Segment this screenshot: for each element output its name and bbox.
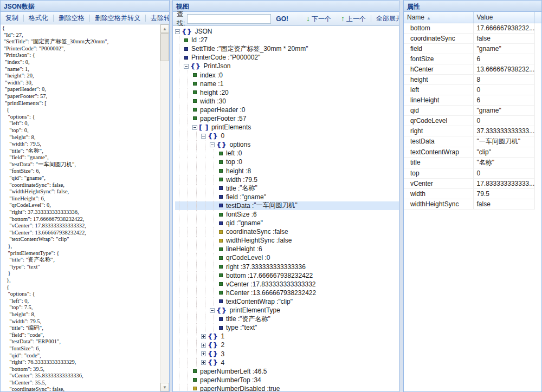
tree-row[interactable]: textContentWrap : "clip" xyxy=(175,297,399,306)
tree-row[interactable]: qrCodeLevel : 0 xyxy=(175,253,399,262)
expand-node-icon[interactable] xyxy=(201,334,206,339)
property-row[interactable]: height8 xyxy=(404,74,541,84)
go-button[interactable]: GO! xyxy=(271,15,294,23)
tree-row[interactable]: [ ]printElements xyxy=(175,123,399,132)
type-bullet-icon xyxy=(219,195,223,199)
tree-node-value: 0 xyxy=(238,149,242,157)
tree-row[interactable]: testData : "一车间圆刀机" xyxy=(175,201,399,210)
unescape-button[interactable]: 去除转义 xyxy=(146,14,170,23)
tree-row[interactable]: widthHeightSync : false xyxy=(175,236,399,245)
scroll-up-icon[interactable]: ▲ xyxy=(160,24,169,33)
tree-row[interactable]: title : "名称" xyxy=(175,184,399,193)
tree-row[interactable]: Id : 27 xyxy=(175,36,399,44)
remove-spaces-button[interactable]: 删除空格 xyxy=(54,14,89,23)
tree-node-value: "资产名称" xyxy=(240,315,270,324)
tree-row[interactable]: field : "gname" xyxy=(175,193,399,201)
prev-button[interactable]: ↑上一个 xyxy=(336,14,371,24)
property-row[interactable]: textContentWrap"clip" xyxy=(404,147,541,157)
collapse-node-icon[interactable] xyxy=(192,125,197,130)
tree-row[interactable]: {}3 xyxy=(175,349,399,358)
property-row[interactable]: right37.333333333333... xyxy=(404,126,541,136)
property-row[interactable]: title"名称" xyxy=(404,157,541,168)
property-row[interactable]: left0 xyxy=(404,84,541,95)
collapse-node-icon[interactable] xyxy=(210,308,215,313)
next-button[interactable]: ↓下一个 xyxy=(301,14,336,24)
property-row[interactable]: bottom17.666667938232... xyxy=(404,23,541,33)
expand-node-icon[interactable] xyxy=(201,351,206,356)
copy-button[interactable]: 复制 xyxy=(1,14,23,23)
tree-row[interactable]: top : 0 xyxy=(175,158,399,166)
tree-node-value: "text" xyxy=(242,324,257,331)
scrollbar-track[interactable] xyxy=(160,33,169,383)
tree-row[interactable]: name : 1 xyxy=(175,80,399,88)
tree-row[interactable]: right : 37.333333333333336 xyxy=(175,263,399,271)
tree-row[interactable]: paperFooter : 57 xyxy=(175,114,399,123)
tree-row[interactable]: coordinateSync : false xyxy=(175,227,399,236)
collapse-node-icon[interactable] xyxy=(201,134,206,139)
scrollbar-thumb[interactable] xyxy=(160,33,169,61)
property-row[interactable]: qrCodeLevel0 xyxy=(404,115,541,126)
tree-indent-guide xyxy=(184,332,192,341)
property-row[interactable]: coordinateSyncfalse xyxy=(404,33,541,43)
tree-row[interactable]: fontSize : 6 xyxy=(175,210,399,219)
property-row[interactable]: qid"gname" xyxy=(404,105,541,115)
name-column-header[interactable]: Name▲ xyxy=(404,12,473,23)
property-row[interactable]: widthHeightSyncfalse xyxy=(404,199,541,209)
property-row[interactable]: hCenter13.666667938232... xyxy=(404,64,541,74)
property-row[interactable]: field"gname" xyxy=(404,43,541,54)
property-row[interactable]: fontSize6 xyxy=(404,54,541,64)
tree-row[interactable]: {}0 xyxy=(175,132,399,140)
format-button[interactable]: 格式化 xyxy=(24,14,53,23)
tree-row[interactable]: {}4 xyxy=(175,358,399,367)
tree-row[interactable]: {}2 xyxy=(175,341,399,349)
tree-row[interactable]: height : 20 xyxy=(175,88,399,97)
tree-indent-guide xyxy=(175,193,184,201)
tree-row[interactable]: index : 0 xyxy=(175,70,399,79)
tree-row[interactable]: paperNumberDisabled : true xyxy=(175,384,399,391)
json-editor-scrollbar[interactable]: ▲ ▼ xyxy=(160,24,169,391)
tree-indent-guide xyxy=(175,175,184,184)
tree-indent-guide xyxy=(175,70,184,79)
property-row[interactable]: width79.5 xyxy=(404,188,541,199)
tree-row[interactable]: width : 79.5 xyxy=(175,175,399,184)
collapse-node-icon[interactable] xyxy=(175,29,180,34)
tree-row[interactable]: vCenter : 17.833333333333332 xyxy=(175,280,399,289)
json-text-editor[interactable]: { "Id": 27, "SettTitle": "固定资产标签_30mm大20… xyxy=(1,24,160,391)
tree-row[interactable]: qid : "gname" xyxy=(175,219,399,227)
tree-row[interactable]: width : 30 xyxy=(175,97,399,106)
tree-row[interactable]: hCenter : 13.666667938232422 xyxy=(175,289,399,297)
property-row[interactable]: top0 xyxy=(404,168,541,178)
collapse-node-icon[interactable] xyxy=(184,64,189,69)
tree-row[interactable]: PrinterCode : "P000002" xyxy=(175,53,399,62)
tree-row[interactable]: SettTitle : "固定资产标签_30mm * 20mm" xyxy=(175,44,399,53)
expand-all-button[interactable]: 全部展开 xyxy=(371,14,399,23)
tree-node-value: 34 xyxy=(254,376,261,384)
collapse-node-icon[interactable] xyxy=(210,142,215,147)
tree-indent-guide xyxy=(175,332,184,341)
tree-row[interactable]: type : "text" xyxy=(175,323,399,332)
tree-row[interactable]: {}JSON xyxy=(175,27,399,36)
remove-spaces-escape-button[interactable]: 删除空格并转义 xyxy=(90,14,145,23)
find-input[interactable] xyxy=(187,14,271,24)
tree-row[interactable]: {}printElementType xyxy=(175,306,399,315)
expand-node-icon[interactable] xyxy=(201,343,206,348)
tree-row[interactable]: {}1 xyxy=(175,332,399,341)
expand-node-icon[interactable] xyxy=(201,360,206,365)
property-row[interactable]: lineHeight6 xyxy=(404,95,541,105)
filler-column-header xyxy=(534,12,541,23)
tree-row[interactable]: {}PrintJson xyxy=(175,62,399,70)
property-row[interactable]: testData"一车间圆刀机" xyxy=(404,136,541,147)
tree-row[interactable]: {}options xyxy=(175,140,399,149)
tree-row[interactable]: paperNumberTop : 34 xyxy=(175,376,399,384)
tree-row[interactable]: paperHeader : 0 xyxy=(175,106,399,114)
tree-row[interactable]: height : 8 xyxy=(175,167,399,175)
property-row[interactable]: vCenter17.833333333333... xyxy=(404,178,541,188)
tree-row[interactable]: left : 0 xyxy=(175,149,399,158)
tree-row[interactable]: title : "资产名称" xyxy=(175,315,399,323)
right-splitter[interactable] xyxy=(399,0,403,392)
tree-row[interactable]: bottom : 17.666667938232422 xyxy=(175,271,399,280)
value-column-header[interactable]: Value xyxy=(473,12,534,23)
tree-row[interactable]: lineHeight : 6 xyxy=(175,245,399,253)
scroll-down-icon[interactable]: ▼ xyxy=(160,383,169,391)
tree-row[interactable]: paperNumberLeft : 46.5 xyxy=(175,367,399,376)
